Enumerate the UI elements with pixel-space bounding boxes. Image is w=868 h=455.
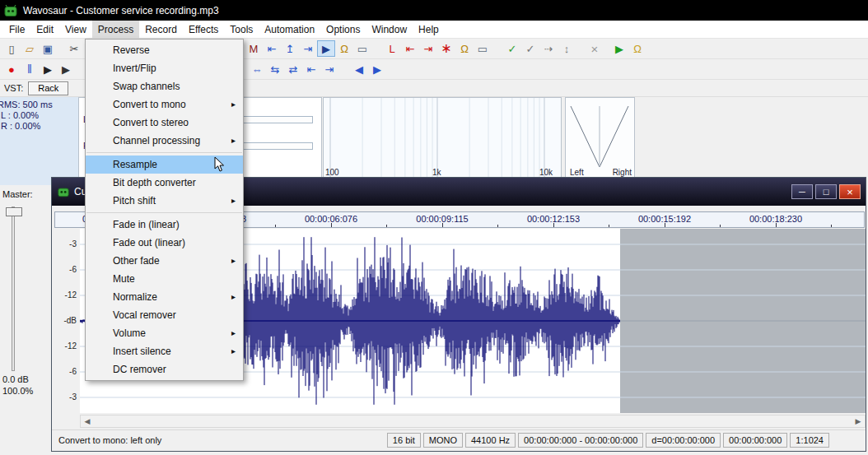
process-menu-item-normalize[interactable]: Normalize▸ [86, 288, 243, 306]
ruler-tick [776, 223, 777, 227]
menu-effects[interactable]: Effects [183, 21, 224, 38]
frequency-tick-label: 1k [432, 168, 441, 177]
horizontal-scrollbar[interactable]: ◀ ▶ [80, 415, 866, 428]
submenu-arrow-icon: ▸ [231, 342, 236, 360]
process-menu-item-reverse[interactable]: Reverse [86, 41, 243, 59]
menu-item-label: Other fade [113, 255, 160, 267]
process-menu-item-convert-to-stereo[interactable]: Convert to stereo [86, 114, 243, 132]
rms-window-value: RMS: 500 ms [1, 100, 78, 110]
menu-process[interactable]: Process [92, 21, 139, 38]
delete-loop-icon[interactable]: ▭ [474, 40, 492, 57]
ruler-minor-tick [831, 225, 832, 227]
record-icon[interactable]: ● [2, 61, 21, 77]
new-file-icon[interactable]: ▯ [2, 40, 21, 57]
marker-icon[interactable]: M [245, 40, 263, 57]
menu-options[interactable]: Options [320, 21, 366, 38]
previous-marker-icon[interactable]: ⇤ [263, 40, 281, 57]
vst-rack-button[interactable]: Rack [28, 81, 68, 95]
process-menu-item-dc-remover[interactable]: DC remover [86, 360, 243, 378]
zoom-in-icon[interactable]: ⇆ [266, 61, 284, 77]
menu-item-label: Normalize [113, 291, 157, 303]
loop-end-icon[interactable]: ⇥ [419, 40, 437, 57]
spectrum-analyzer: 1001k10k [323, 97, 562, 179]
loop-icon[interactable]: L [383, 40, 401, 57]
menu-file[interactable]: File [3, 21, 30, 38]
cut-icon[interactable]: ✂ [65, 40, 83, 57]
scroll-right-icon[interactable]: ▶ [852, 417, 865, 425]
process-menu-item-other-fade[interactable]: Other fade▸ [86, 252, 243, 270]
process-menu-item-vocal-remover[interactable]: Vocal remover [86, 306, 243, 324]
open-file-icon[interactable]: ▱ [21, 40, 39, 57]
menu-edit[interactable]: Edit [30, 21, 59, 38]
process-menu-item-swap-channels[interactable]: Swap channels [86, 77, 243, 95]
delete-markers-icon[interactable]: ▭ [353, 40, 371, 57]
goniometer-left-label: Left [570, 168, 584, 177]
menu-tools[interactable]: Tools [224, 21, 259, 38]
zoom-left-icon[interactable]: ⇤ [302, 61, 320, 77]
zoom-out-icon[interactable]: ⇄ [284, 61, 302, 77]
frequency-tick-label: 10k [539, 168, 553, 177]
menu-item-label: DC remover [113, 364, 166, 375]
master-panel: Master: 0.0 dB 100.0% [0, 185, 51, 455]
vertical-zoom-icon[interactable]: ↕ [558, 40, 576, 57]
auto-crossfade-icon[interactable]: ⇢ [539, 40, 558, 57]
close-button[interactable]: × [839, 184, 861, 199]
process-menu-item-volume[interactable]: Volume▸ [86, 324, 243, 342]
ruler-minor-tick [720, 225, 721, 227]
process-menu-item-invert-flip[interactable]: Invert/Flip [86, 59, 243, 77]
submenu-arrow-icon: ▸ [231, 95, 236, 114]
pause-icon[interactable]: ‖ [21, 61, 39, 77]
save-icon[interactable]: ▣ [39, 40, 57, 57]
lock-markers-icon[interactable]: Ω [335, 40, 353, 57]
process-menu-item-convert-to-mono[interactable]: Convert to mono▸ [86, 95, 243, 114]
process-menu-item-fade-in-linear-[interactable]: Fade in (linear) [86, 216, 243, 234]
master-slider-thumb[interactable] [6, 207, 22, 216]
insert-marker-icon[interactable]: ↥ [281, 40, 299, 57]
process-menu-item-pitch-shift[interactable]: Pitch shift▸ [86, 192, 243, 210]
remove-effect-icon[interactable]: × [586, 40, 604, 57]
goniometer-scope [566, 98, 634, 179]
process-menu-item-channel-processing[interactable]: Channel processing▸ [86, 132, 243, 150]
snap-icon[interactable]: ✓ [521, 40, 539, 57]
vst-label: VST: [4, 83, 23, 93]
window-controls: ─□× [791, 184, 861, 199]
next-view-icon[interactable]: ▶ [368, 61, 386, 77]
process-menu-item-mute[interactable]: Mute [86, 270, 243, 288]
mouse-cursor [214, 156, 226, 173]
process-vst-icon[interactable]: ▶ [610, 40, 628, 57]
next-marker-icon[interactable]: ⇥ [299, 40, 317, 57]
rms-left-value: L : 0.00% [1, 110, 78, 121]
window-title: Wavosaur - Customer service recording.mp… [23, 5, 219, 16]
menu-item-label: Reverse [113, 44, 150, 56]
lock-loop-icon[interactable]: Ω [455, 40, 474, 57]
minimize-button[interactable]: ─ [791, 184, 813, 199]
play-from-cursor-icon[interactable]: ▶ [39, 61, 57, 77]
menu-item-label: Vocal remover [113, 309, 176, 321]
play-marked-region-icon[interactable]: ▶ [317, 40, 335, 57]
process-menu-item-fade-out-linear-[interactable]: Fade out (linear) [86, 234, 243, 252]
submenu-arrow-icon: ▸ [231, 192, 236, 210]
menu-automation[interactable]: Automation [259, 21, 320, 38]
maximize-button[interactable]: □ [815, 184, 837, 199]
scroll-left-icon[interactable]: ◀ [81, 417, 94, 425]
process-menu-item-insert-silence[interactable]: Insert silence▸ [86, 342, 243, 360]
submenu-arrow-icon: ▸ [231, 324, 236, 342]
menu-record[interactable]: Record [139, 21, 183, 38]
menu-help[interactable]: Help [413, 21, 445, 38]
status-channel-mode: MONO [423, 433, 463, 448]
menu-item-label: Bit depth converter [113, 177, 196, 188]
zoom-all-icon[interactable]: ⇔ [248, 61, 266, 77]
loop-start-icon[interactable]: ⇤ [401, 40, 419, 57]
ruler-minor-tick [497, 225, 498, 227]
play-icon[interactable]: ▶ [57, 61, 75, 77]
bypass-vst-icon[interactable]: Ω [628, 40, 646, 57]
loop-all-icon[interactable]: ∗ [437, 40, 455, 57]
master-volume-slider[interactable] [12, 207, 15, 371]
process-menu-item-bit-depth-converter[interactable]: Bit depth converter [86, 174, 243, 192]
zoom-right-icon[interactable]: ⇥ [320, 61, 338, 77]
menu-window[interactable]: Window [366, 21, 413, 38]
menu-item-label: Convert to mono [113, 99, 186, 110]
previous-view-icon[interactable]: ◀ [350, 61, 368, 77]
snap-zero-crossing-icon[interactable]: ✓ [503, 40, 521, 57]
menu-view[interactable]: View [59, 21, 92, 38]
